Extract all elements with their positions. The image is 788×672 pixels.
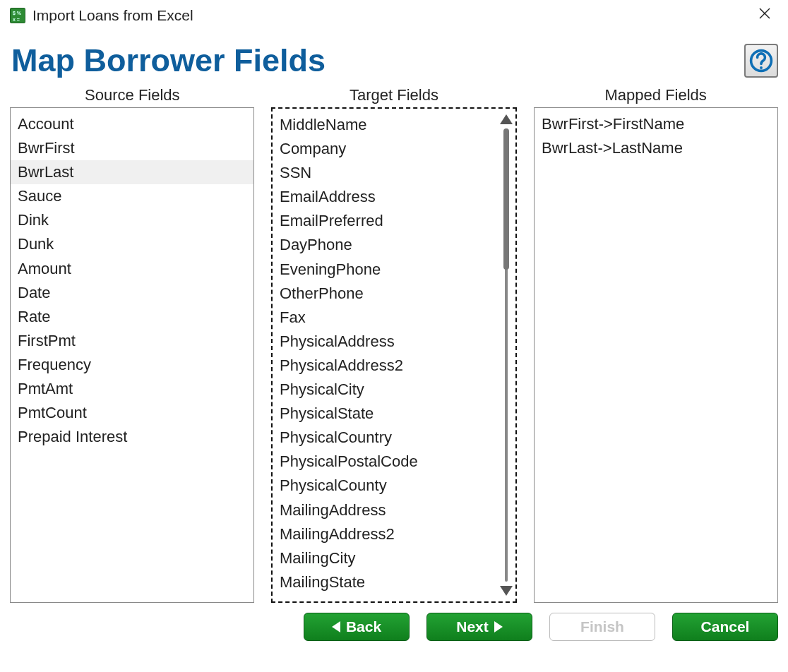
close-button[interactable] xyxy=(758,7,775,24)
list-item[interactable]: PhysicalCity xyxy=(273,378,515,402)
page-title: Map Borrower Fields xyxy=(10,42,326,79)
list-item[interactable]: DayPhone xyxy=(273,233,515,257)
list-item[interactable]: Company xyxy=(273,137,515,161)
list-item[interactable]: PhysicalPostalCode xyxy=(273,450,515,474)
target-fields-list[interactable]: MiddleNameCompanySSNEmailAddressEmailPre… xyxy=(271,107,517,603)
next-button-label: Next xyxy=(456,618,489,635)
back-button-label: Back xyxy=(346,618,381,635)
list-item[interactable]: OtherPhone xyxy=(273,282,515,306)
triangle-right-icon xyxy=(494,621,503,632)
list-item[interactable]: PhysicalCountry xyxy=(273,426,515,450)
list-item[interactable]: Date xyxy=(11,281,253,305)
next-button[interactable]: Next xyxy=(426,613,532,641)
list-item[interactable]: BwrFirst->FirstName xyxy=(535,112,777,136)
list-item[interactable]: MiddleName xyxy=(273,113,515,137)
list-item[interactable]: SSN xyxy=(273,161,515,185)
list-item[interactable]: PhysicalAddress2 xyxy=(273,354,515,378)
list-item[interactable]: Dunk xyxy=(11,232,253,256)
help-button[interactable] xyxy=(744,44,778,78)
cancel-button-label: Cancel xyxy=(701,618,750,635)
list-item[interactable]: Rate xyxy=(11,305,253,329)
list-item[interactable]: Dink xyxy=(11,208,253,232)
list-item[interactable]: EmailAddress xyxy=(273,185,515,209)
cancel-button[interactable]: Cancel xyxy=(672,613,778,641)
list-item[interactable]: Amount xyxy=(11,257,253,281)
window-title: Import Loans from Excel xyxy=(32,7,193,24)
list-item[interactable]: BwrLast xyxy=(11,160,253,184)
target-fields-header: Target Fields xyxy=(272,86,517,104)
mapped-fields-list[interactable]: BwrFirst->FirstNameBwrLast->LastName xyxy=(534,107,778,603)
list-item[interactable]: FirstPmt xyxy=(11,329,253,353)
list-item[interactable]: Sauce xyxy=(11,184,253,208)
triangle-left-icon xyxy=(332,621,340,632)
list-item[interactable]: Account xyxy=(11,112,253,136)
list-item[interactable]: BwrFirst xyxy=(11,136,253,160)
help-icon xyxy=(748,48,774,73)
list-item[interactable]: PhysicalCounty xyxy=(273,474,515,498)
svg-point-6 xyxy=(760,66,763,69)
list-item[interactable]: MailingAddress xyxy=(273,498,515,522)
close-icon xyxy=(758,7,771,20)
finish-button-label: Finish xyxy=(580,618,624,635)
scroll-down-arrow-icon[interactable] xyxy=(500,586,513,596)
mapped-fields-header: Mapped Fields xyxy=(533,86,778,104)
scrollbar[interactable] xyxy=(500,114,513,596)
back-button[interactable]: Back xyxy=(304,613,410,641)
scroll-up-arrow-icon[interactable] xyxy=(500,114,513,124)
finish-button: Finish xyxy=(549,613,655,641)
svg-text:$ %: $ % xyxy=(13,11,22,16)
list-item[interactable]: Prepaid Interest xyxy=(11,425,253,449)
list-item[interactable]: MailingState xyxy=(273,570,515,594)
list-item[interactable]: PhysicalAddress xyxy=(273,330,515,354)
app-icon: $ % x = xyxy=(10,8,25,23)
titlebar: $ % x = Import Loans from Excel xyxy=(0,0,788,31)
list-item[interactable]: EmailPreferred xyxy=(273,209,515,233)
list-item[interactable]: PmtCount xyxy=(11,401,253,425)
list-item[interactable]: BwrLast->LastName xyxy=(535,136,777,160)
source-fields-header: Source Fields xyxy=(10,86,255,104)
list-item[interactable]: MailingAddress2 xyxy=(273,522,515,546)
list-item[interactable]: EveningPhone xyxy=(273,258,515,282)
scroll-thumb[interactable] xyxy=(503,128,509,270)
list-item[interactable]: PhysicalState xyxy=(273,402,515,426)
list-item[interactable]: Frequency xyxy=(11,353,253,377)
svg-text:x =: x = xyxy=(13,17,20,22)
list-item[interactable]: PmtAmt xyxy=(11,377,253,401)
source-fields-list[interactable]: AccountBwrFirstBwrLastSauceDinkDunkAmoun… xyxy=(10,107,254,603)
list-item[interactable]: Fax xyxy=(273,306,515,330)
list-item[interactable]: MailingCity xyxy=(273,546,515,570)
